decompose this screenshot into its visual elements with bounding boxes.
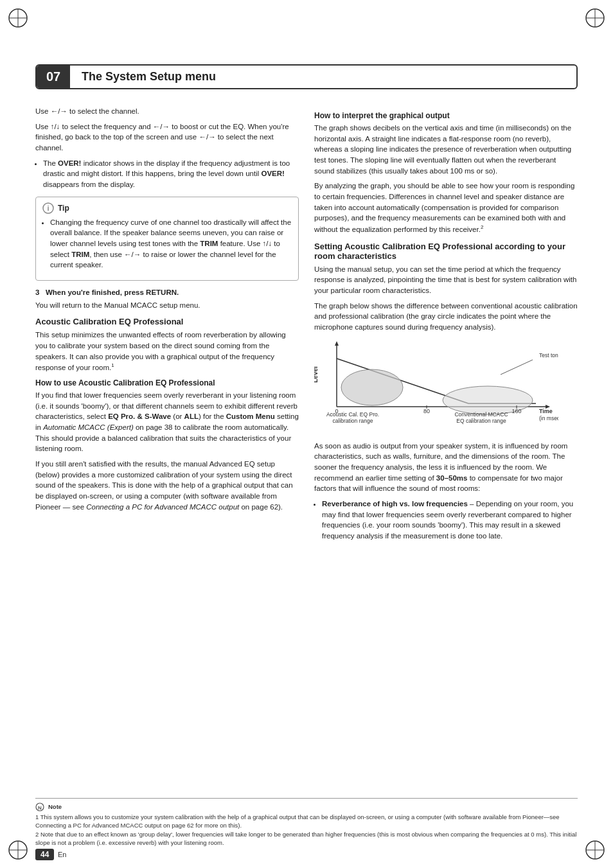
how-to-use-title: How to use Acoustic Calibration EQ Profe… [35,378,299,387]
header-bar: 07 The System Setup menu [35,64,578,89]
reverb-bullet: Reverberance of high vs. low frequencies… [322,499,578,542]
setting-title: Setting Acoustic Calibration EQ Professi… [314,242,578,261]
acoustic-cal-title: Acoustic Calibration EQ Professional [35,317,299,326]
svg-text:Time: Time [539,408,553,414]
corner-mark-bl [6,838,30,862]
note-icon: N [35,802,44,811]
note-label: Note [48,803,62,810]
svg-text:(in msec): (in msec) [539,415,558,421]
svg-marker-17 [335,341,339,346]
graphical-p2: By analyzing the graph, you should be ab… [314,181,578,235]
tip-bullet: Changing the frequency curve of one chan… [50,217,292,270]
tip-header: i Tip [42,202,292,214]
chapter-number: 07 [37,66,70,88]
acoustic-cal-intro: This setup minimizes the unwanted effect… [35,330,299,373]
tip-icon: i [42,202,54,214]
how-to-use-p1: If you find that lower frequencies seem … [35,390,299,454]
page-number: 44 [35,849,54,860]
svg-text:calibration range: calibration range [333,418,373,424]
chapter-title: The System Setup menu [70,66,227,87]
tip-box: i Tip Changing the frequency curve of on… [35,197,299,281]
footnote-ref-2: 2 [481,224,483,230]
chart-svg: Level Acoustic Cal. EQ Pro. calibration … [314,339,558,432]
right-column: How to interpret the graphical output Th… [314,106,578,817]
svg-text:80: 80 [423,408,430,414]
svg-text:160: 160 [511,408,521,414]
corner-mark-tr [583,6,607,30]
svg-text:Level: Level [314,366,319,383]
svg-text:Conventional MCACC: Conventional MCACC [454,411,508,418]
svg-point-21 [341,369,403,405]
how-to-use-p2: If you still aren't satisfied with the r… [35,459,299,512]
step-3-detail: You will return to the Manual MCACC setu… [35,300,299,311]
svg-line-28 [501,360,533,375]
calibration-chart: Level Acoustic Cal. EQ Pro. calibration … [314,339,578,434]
corner-mark-br [583,838,607,862]
language-label: En [58,851,66,858]
intro-line-1: Use ←/→ to select the channel. [35,106,299,117]
setting-p1: Using the manual setup, you can set the … [314,264,578,296]
footnote-ref-1: 1 [111,362,114,368]
graphical-title: How to interpret the graphical output [314,111,578,120]
graphical-p1: The graph shows decibels on the vertical… [314,123,578,176]
intro-line-2: Use ↑/↓ to select the frequency and ←/→ … [35,121,299,154]
setting-p2: The graph below shows the difference bet… [314,301,578,333]
svg-text:N: N [38,804,42,810]
svg-text:i: i [47,204,49,212]
footnote-2: 2 Note that due to an effect known as 'g… [35,831,578,847]
after-chart-p1: As soon as audio is output from your spe… [314,441,578,494]
over-bullet-list: The OVER! indicator shows in the display… [43,158,299,190]
left-column: Use ←/→ to select the channel. Use ↑/↓ t… [35,106,299,817]
footnote-1: 1 This system allows you to customize yo… [35,813,578,830]
factors-list: Reverberance of high vs. low frequencies… [322,499,578,542]
svg-text:EQ calibration range: EQ calibration range [456,418,506,424]
svg-text:0: 0 [335,408,338,414]
footnote-area: N Note 1 This system allows you to custo… [35,798,578,849]
over-bullet: The OVER! indicator shows in the display… [43,158,299,190]
tip-bullets: Changing the frequency curve of one chan… [50,217,292,270]
corner-mark-tl [6,6,30,30]
main-content: Use ←/→ to select the channel. Use ↑/↓ t… [35,106,578,817]
svg-text:Test tone: Test tone [539,352,558,359]
tip-label: Tip [58,204,69,213]
step-3-label: 3 When you're finished, press RETURN. [35,287,299,298]
svg-text:Acoustic Cal. EQ Pro.: Acoustic Cal. EQ Pro. [326,411,379,418]
